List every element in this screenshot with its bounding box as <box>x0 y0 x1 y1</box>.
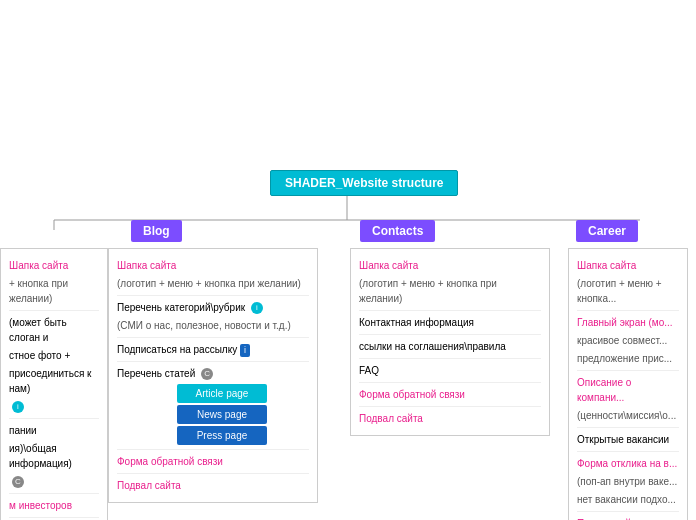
career-form: Форма отклика на в... <box>577 456 679 471</box>
career-form-sub1: (поп-ап внутри ваке... <box>577 474 679 489</box>
career-header-label: Шапка сайта <box>577 258 679 273</box>
left-item-4: стное фото + <box>9 348 99 363</box>
blog-col-box: Шапка сайта (логотип + меню + кнопка при… <box>108 248 318 503</box>
career-form-sub2: нет вакансии подхо... <box>577 492 679 507</box>
contacts-agreements: ссылки на соглашения\правила <box>359 339 541 354</box>
career-main-screen: Главный экран (мо... <box>577 315 679 330</box>
left-partial-col: Шапка сайта + кнопка при желании) (может… <box>0 248 108 520</box>
contacts-faq: FAQ <box>359 363 541 378</box>
left-item-2: + кнопка при желании) <box>9 276 99 306</box>
blog-categories-sub: (СМИ о нас, полезное, новости и т.д.) <box>117 318 309 333</box>
blog-header-label: Шапка сайта <box>117 258 309 273</box>
blog-categories: Перечень категорий\рубрик i <box>117 300 309 315</box>
career-main-sub2: предложение прис... <box>577 351 679 366</box>
left-circle-2: C <box>12 476 24 488</box>
career-about-sub: (ценности\миссия\о... <box>577 408 679 423</box>
left-item-7: ия)\общая информация) <box>9 441 99 471</box>
blog-feedback: Форма обратной связи <box>117 454 309 469</box>
contacts-info: Контактная информация <box>359 315 541 330</box>
career-header-sub: (логотип + меню + кнопка... <box>577 276 679 306</box>
contacts-footer: Подвал сайта <box>359 411 541 426</box>
left-item-6: пании <box>9 423 99 438</box>
career-col-box: Шапка сайта (логотип + меню + кнопка... … <box>568 248 688 520</box>
career-vacancies: Открытые вакансии <box>577 432 679 447</box>
contacts-col-box: Шапка сайта (логотип + меню + кнопка при… <box>350 248 550 436</box>
career-header: Career <box>576 220 638 242</box>
left-item-3: (может быть слоган и <box>9 315 99 345</box>
contacts-header-sub: (логотип + меню + кнопка при желании) <box>359 276 541 306</box>
left-item-1: Шапка сайта <box>9 258 99 273</box>
press-page-button[interactable]: Press page <box>177 426 267 445</box>
articles-circle: C <box>201 368 213 380</box>
contacts-header-label: Шапка сайта <box>359 258 541 273</box>
blog-header: Blog <box>131 220 182 242</box>
left-item-8: м инвесторов <box>9 498 99 513</box>
career-main-sub1: красивое совмест... <box>577 333 679 348</box>
left-item-5: присоединиться к нам) <box>9 366 99 396</box>
blog-articles: Перечень статей C <box>117 366 309 381</box>
blog-footer: Подвал сайта <box>117 478 309 493</box>
left-circle-1: i <box>12 401 24 413</box>
contacts-feedback: Форма обратной связи <box>359 387 541 402</box>
contacts-header: Contacts <box>360 220 435 242</box>
blog-header-sub: (логотип + меню + кнопка при желании) <box>117 276 309 291</box>
news-page-button[interactable]: News page <box>177 405 267 424</box>
career-about: Описание о компани... <box>577 375 679 405</box>
blog-subscribe: Подписаться на рассылку i <box>117 342 309 357</box>
categories-circle: i <box>251 302 263 314</box>
article-page-button[interactable]: Article page <box>177 384 267 403</box>
subscribe-badge: i <box>240 344 250 358</box>
career-footer: Подвал сайта <box>577 516 679 520</box>
page-title: SHADER_Website structure <box>270 170 458 196</box>
